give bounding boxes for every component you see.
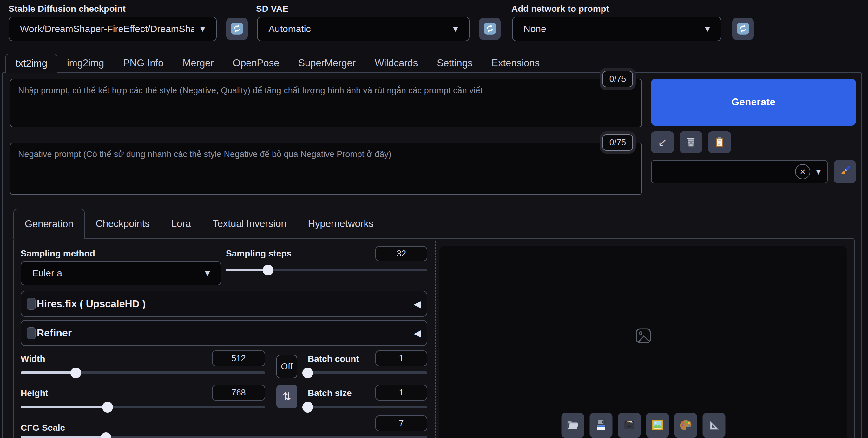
tab-merger[interactable]: Merger bbox=[173, 54, 223, 73]
save-zip-button[interactable] bbox=[618, 413, 641, 438]
cfg-scale-slider[interactable] bbox=[21, 436, 427, 438]
column-divider bbox=[435, 241, 436, 438]
refresh-vae-button[interactable] bbox=[479, 18, 501, 40]
paste-params-button[interactable]: ↙ bbox=[651, 132, 674, 153]
arrow-down-left-icon: ↙ bbox=[658, 136, 667, 149]
chevron-down-icon: ▼ bbox=[205, 269, 210, 277]
tab-img2img[interactable]: img2img bbox=[57, 54, 114, 73]
swap-dimensions-button[interactable]: ⇅ bbox=[276, 385, 297, 408]
hires-fix-checkbox[interactable] bbox=[27, 298, 35, 310]
main-tab-bar: txt2img img2img PNG Info Merger OpenPose… bbox=[5, 54, 549, 73]
tab-openpose[interactable]: OpenPose bbox=[223, 54, 289, 73]
aspect-ratio-off-button[interactable]: Off bbox=[276, 355, 297, 378]
batch-size-input[interactable] bbox=[375, 385, 427, 401]
checkpoint-label: Stable Diffusion checkpoint bbox=[8, 4, 126, 14]
width-slider[interactable] bbox=[21, 371, 265, 374]
checkpoint-dropdown[interactable]: Work/DreamShaper-FireEffect/DreamShaper-… bbox=[8, 17, 217, 41]
collapse-arrow-icon: ◀ bbox=[414, 327, 421, 339]
sampling-steps-slider[interactable] bbox=[226, 268, 427, 271]
folder-icon bbox=[565, 418, 580, 433]
tab-supermerger[interactable]: SuperMerger bbox=[289, 54, 365, 73]
subtab-generation[interactable]: Generation bbox=[13, 209, 85, 239]
vae-value: Automatic bbox=[269, 24, 447, 34]
chevron-down-icon: ▼ bbox=[200, 25, 205, 33]
paintbrush-icon bbox=[838, 165, 851, 179]
sampling-steps-input[interactable] bbox=[375, 246, 427, 261]
prompt-box bbox=[10, 79, 642, 127]
height-label: Height bbox=[21, 388, 48, 398]
clear-styles-icon[interactable]: × bbox=[795, 164, 810, 179]
save-image-button[interactable] bbox=[589, 413, 612, 438]
clear-prompt-button[interactable] bbox=[680, 132, 703, 153]
apply-styles-button[interactable] bbox=[708, 132, 731, 153]
sampling-method-label: Sampling method bbox=[21, 249, 95, 259]
result-gallery bbox=[439, 246, 847, 438]
slider-handle[interactable] bbox=[263, 265, 274, 275]
style-editor-button[interactable] bbox=[834, 160, 856, 183]
tab-png-info[interactable]: PNG Info bbox=[114, 54, 173, 73]
tab-txt2img[interactable]: txt2img bbox=[5, 54, 57, 73]
slider-handle[interactable] bbox=[70, 368, 81, 378]
checkpoint-value: Work/DreamShaper-FireEffect/DreamShaper-… bbox=[20, 24, 194, 34]
batch-size-label: Batch size bbox=[308, 388, 352, 398]
vae-label: SD VAE bbox=[256, 4, 288, 14]
height-slider[interactable] bbox=[21, 406, 265, 408]
gallery-toolbar bbox=[561, 413, 725, 438]
clipboard-icon bbox=[713, 136, 726, 149]
width-label: Width bbox=[21, 354, 45, 364]
styles-dropdown[interactable]: × ▼ bbox=[651, 160, 828, 183]
network-label: Add network to prompt bbox=[512, 4, 609, 14]
batch-count-slider[interactable] bbox=[308, 371, 427, 374]
slider-handle[interactable] bbox=[302, 402, 313, 413]
trash-icon bbox=[685, 136, 697, 149]
refresh-checkpoint-button[interactable] bbox=[226, 18, 248, 40]
network-dropdown[interactable]: None ▼ bbox=[512, 17, 721, 41]
refresh-icon bbox=[736, 22, 750, 36]
subtab-hypernetworks[interactable]: Hypernetworks bbox=[297, 209, 384, 239]
hires-fix-label: Hires.fix ( UpscaleHD ) bbox=[37, 298, 146, 310]
sampling-method-value: Euler a bbox=[32, 268, 199, 279]
batch-count-input[interactable] bbox=[375, 350, 427, 366]
negative-token-counter: 0/75 bbox=[602, 134, 633, 151]
generate-button[interactable]: Generate bbox=[651, 79, 856, 126]
subtab-textual-inversion[interactable]: Textual Inversion bbox=[202, 209, 297, 239]
slider-handle[interactable] bbox=[302, 368, 313, 378]
subtab-lora[interactable]: Lora bbox=[160, 209, 202, 239]
refiner-checkbox[interactable] bbox=[27, 327, 35, 339]
send-to-extras-button[interactable] bbox=[703, 413, 725, 438]
open-folder-button[interactable] bbox=[561, 413, 584, 438]
negative-prompt-input[interactable] bbox=[10, 143, 642, 194]
vae-dropdown[interactable]: Automatic ▼ bbox=[257, 17, 469, 41]
slider-handle[interactable] bbox=[102, 402, 113, 413]
height-input[interactable] bbox=[212, 385, 265, 401]
collapse-arrow-icon: ◀ bbox=[414, 298, 421, 310]
refiner-accordion[interactable]: Refiner ◀ bbox=[21, 320, 427, 346]
width-input[interactable] bbox=[212, 350, 265, 366]
triangular-ruler-icon bbox=[707, 418, 721, 433]
subtab-checkpoints[interactable]: Checkpoints bbox=[85, 209, 160, 239]
hires-fix-accordion[interactable]: Hires.fix ( UpscaleHD ) ◀ bbox=[21, 291, 427, 317]
network-value: None bbox=[524, 24, 699, 34]
batch-count-label: Batch count bbox=[308, 354, 359, 364]
batch-size-slider[interactable] bbox=[308, 406, 427, 408]
prompt-token-counter: 0/75 bbox=[602, 71, 633, 87]
refresh-network-button[interactable] bbox=[732, 18, 754, 40]
swap-arrows-icon: ⇅ bbox=[282, 390, 291, 403]
negative-prompt-box bbox=[10, 143, 642, 195]
file-box-icon bbox=[622, 418, 637, 433]
cfg-scale-input[interactable] bbox=[375, 415, 427, 431]
app-root: Stable Diffusion checkpoint Work/DreamSh… bbox=[0, 0, 868, 438]
send-to-img2img-button[interactable] bbox=[646, 413, 669, 438]
cfg-scale-label: CFG Scale bbox=[21, 423, 65, 433]
chevron-down-icon: ▼ bbox=[816, 168, 821, 175]
sampling-method-dropdown[interactable]: Euler a ▼ bbox=[21, 261, 221, 285]
tab-extensions[interactable]: Extensions bbox=[482, 54, 549, 73]
tab-settings[interactable]: Settings bbox=[427, 54, 482, 73]
send-to-inpaint-button[interactable] bbox=[674, 413, 697, 438]
framed-picture-icon bbox=[650, 418, 664, 433]
prompt-input[interactable] bbox=[10, 79, 642, 127]
refiner-label: Refiner bbox=[37, 327, 72, 339]
chevron-down-icon: ▼ bbox=[453, 25, 458, 33]
tab-wildcards[interactable]: Wildcards bbox=[365, 54, 427, 73]
sampling-steps-label: Sampling steps bbox=[226, 249, 291, 259]
